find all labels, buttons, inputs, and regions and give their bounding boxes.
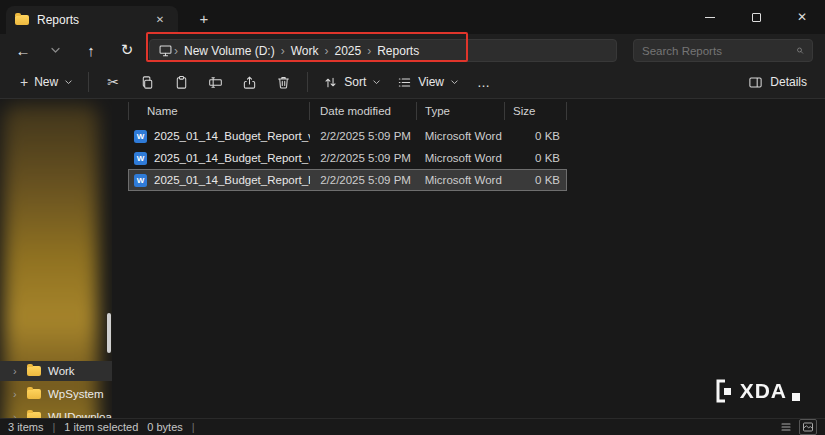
- sidebar-item-label: WpSystem: [48, 388, 104, 400]
- breadcrumb-items: ›New Volume (D:)›Work›2025›Reports: [173, 44, 424, 58]
- tab-title: Reports: [37, 13, 143, 27]
- rename-button[interactable]: [198, 69, 232, 95]
- thumbnail-view-toggle[interactable]: [799, 419, 817, 435]
- file-list: 2025_01_14_Budget_Report_v1.docx 2/2/202…: [128, 125, 567, 191]
- more-options-button[interactable]: …: [467, 71, 501, 94]
- titlebar: Reports ✕ + ✕: [0, 0, 825, 34]
- recent-locations-button[interactable]: [42, 38, 68, 62]
- file-size: 0 KB: [504, 174, 566, 186]
- breadcrumb-item[interactable]: 2025: [329, 44, 366, 58]
- search-icon: [796, 44, 804, 57]
- search-box[interactable]: [633, 39, 813, 62]
- details-pane-icon: [748, 75, 763, 90]
- this-pc-icon: [158, 43, 173, 58]
- column-header-date-modified[interactable]: Date modified: [310, 102, 417, 120]
- sidebar-items: › Work › WpSystem › WUDownloadC: [0, 361, 112, 418]
- close-icon: ✕: [797, 10, 807, 24]
- toolbar-separator: [88, 72, 89, 92]
- command-toolbar: + New ✂ Sort View: [0, 66, 825, 99]
- breadcrumb-item[interactable]: Work: [286, 44, 324, 58]
- minimize-icon: [705, 17, 715, 18]
- status-separator: |: [192, 421, 195, 433]
- file-date-modified: 2/2/2025 5:09 PM: [310, 174, 417, 186]
- sidebar-scrollbar[interactable]: [107, 313, 111, 353]
- search-input[interactable]: [642, 45, 796, 57]
- sidebar-item-label: Work: [48, 365, 75, 377]
- file-type: Microsoft Word D...: [417, 130, 505, 142]
- chevron-down-icon: [50, 45, 61, 56]
- minimize-button[interactable]: [687, 0, 733, 34]
- word-document-icon: [134, 174, 147, 187]
- folder-icon: [27, 389, 41, 399]
- view-button[interactable]: View: [389, 70, 467, 95]
- tab-reports[interactable]: Reports ✕: [6, 6, 178, 34]
- trash-icon: [276, 75, 291, 90]
- xda-logo-square: [791, 378, 801, 404]
- rename-icon: [208, 75, 223, 90]
- xda-logo-icon: [714, 378, 736, 404]
- back-button[interactable]: ←: [10, 38, 36, 62]
- paste-button[interactable]: [164, 69, 198, 95]
- column-header-name[interactable]: Name: [128, 102, 310, 120]
- file-name-cell: 2025_01_14_Budget_Report_Final.docx: [129, 174, 310, 187]
- file-row-selected[interactable]: 2025_01_14_Budget_Report_Final.docx 2/2/…: [128, 169, 567, 191]
- close-button[interactable]: ✕: [779, 0, 825, 34]
- sort-button[interactable]: Sort: [315, 70, 389, 95]
- file-type: Microsoft Word D...: [417, 174, 505, 186]
- status-separator: |: [52, 421, 55, 433]
- status-bar: 3 items | 1 item selected 0 bytes |: [0, 418, 825, 435]
- sidebar-item-work[interactable]: › Work: [0, 361, 112, 381]
- file-list-pane: Name Date modified Type Size 2025_01_14_…: [118, 99, 825, 418]
- cut-button[interactable]: ✂: [96, 69, 130, 95]
- copy-icon: [140, 75, 155, 90]
- file-name: 2025_01_14_Budget_Report_v1.docx: [154, 130, 310, 142]
- ellipsis-icon: …: [477, 75, 491, 90]
- new-tab-button[interactable]: +: [192, 8, 216, 30]
- file-row[interactable]: 2025_01_14_Budget_Report_v2.docx 2/2/202…: [128, 147, 567, 169]
- new-button-label: New: [34, 75, 58, 89]
- file-date-modified: 2/2/2025 5:09 PM: [310, 152, 417, 164]
- column-header-size[interactable]: Size: [505, 102, 567, 120]
- address-bar[interactable]: ›New Volume (D:)›Work›2025›Reports: [149, 39, 617, 62]
- maximize-button[interactable]: [733, 0, 779, 34]
- refresh-button[interactable]: ↻: [114, 38, 140, 62]
- file-date-modified: 2/2/2025 5:09 PM: [310, 130, 417, 142]
- new-button[interactable]: + New: [12, 69, 81, 95]
- up-button[interactable]: ↑: [78, 38, 104, 62]
- chevron-right-icon: ›: [13, 388, 20, 400]
- tab-close-icon[interactable]: ✕: [151, 11, 169, 29]
- share-icon: [242, 75, 257, 90]
- delete-button[interactable]: [266, 69, 300, 95]
- breadcrumb-item[interactable]: Reports: [372, 44, 424, 58]
- file-size: 0 KB: [504, 130, 566, 142]
- file-name-cell: 2025_01_14_Budget_Report_v1.docx: [129, 130, 310, 143]
- details-pane-button[interactable]: Details: [742, 70, 813, 95]
- word-document-icon: [134, 152, 147, 165]
- file-row[interactable]: 2025_01_14_Budget_Report_v1.docx 2/2/202…: [128, 125, 567, 147]
- plus-icon: +: [20, 74, 28, 90]
- chevron-down-icon: [372, 78, 381, 87]
- column-header-type[interactable]: Type: [417, 102, 505, 120]
- file-type: Microsoft Word D...: [417, 152, 505, 164]
- item-count: 3 items: [8, 421, 43, 433]
- file-name: 2025_01_14_Budget_Report_Final.docx: [154, 174, 310, 186]
- sidebar-item-label: WUDownloadC: [48, 411, 112, 418]
- folder-icon: [15, 15, 29, 25]
- chevron-right-icon: ›: [13, 411, 20, 418]
- window-controls: ✕: [687, 0, 825, 34]
- chevron-right-icon: ›: [13, 365, 20, 377]
- paste-icon: [174, 75, 189, 90]
- details-view-icon: [780, 421, 792, 433]
- sort-icon: [323, 75, 338, 90]
- xda-watermark: XDA: [714, 378, 801, 404]
- selection-count: 1 item selected: [64, 421, 138, 433]
- selection-size: 0 bytes: [147, 421, 182, 433]
- copy-button[interactable]: [130, 69, 164, 95]
- breadcrumb-item[interactable]: New Volume (D:): [179, 44, 280, 58]
- file-name-cell: 2025_01_14_Budget_Report_v2.docx: [129, 152, 310, 165]
- share-button[interactable]: [232, 69, 266, 95]
- sidebar-item-wpsystem[interactable]: › WpSystem: [0, 384, 112, 404]
- view-toggles: [778, 419, 817, 435]
- details-view-toggle[interactable]: [778, 420, 794, 434]
- sidebar-item-wudownloadc[interactable]: › WUDownloadC: [0, 407, 112, 418]
